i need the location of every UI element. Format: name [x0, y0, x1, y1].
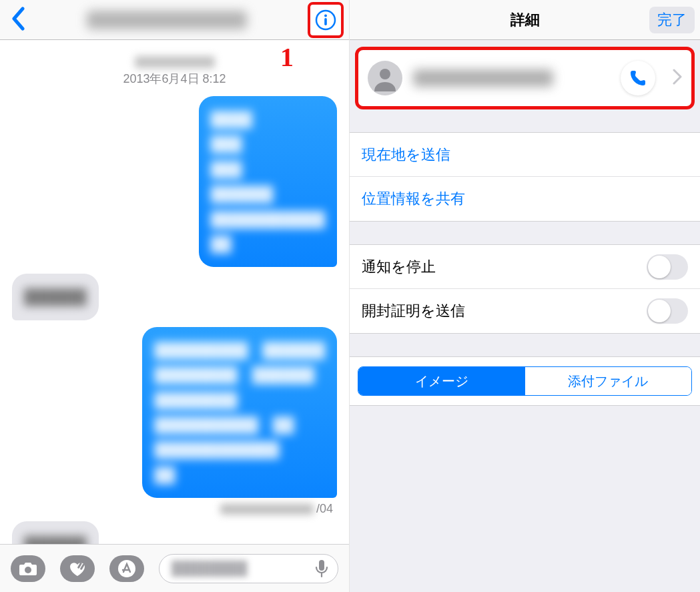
- incoming-bubble[interactable]: ██████: [12, 274, 99, 320]
- read-receipts-switch[interactable]: [647, 298, 688, 324]
- share-location-label: 位置情報を共有: [362, 189, 465, 209]
- compose-bar: ████████: [0, 544, 349, 592]
- incoming-bubble[interactable]: ██████: [12, 521, 99, 544]
- send-current-location-cell[interactable]: 現在地を送信: [350, 133, 700, 177]
- digital-touch-button[interactable]: [60, 555, 95, 582]
- done-button[interactable]: 完了: [649, 7, 695, 33]
- info-button[interactable]: [314, 9, 337, 31]
- segment-attachments[interactable]: 添付ファイル: [525, 367, 692, 395]
- messages-thread-pane: 1 2013年6月4日 8:12 ███████████████████████…: [0, 0, 350, 592]
- svg-point-1: [324, 14, 327, 17]
- annotation-highlight-1: [308, 2, 344, 38]
- thread-header: [0, 0, 349, 40]
- disclosure-chevron-icon[interactable]: [673, 69, 682, 87]
- timestamp-label-redacted: [135, 56, 215, 68]
- mute-cell: 通知を停止: [350, 245, 700, 289]
- svg-rect-7: [319, 560, 324, 571]
- send-current-location-label: 現在地を送信: [362, 145, 450, 165]
- stamp-suffix: /04: [316, 502, 333, 515]
- message-row-outgoing: █████████████████████████████: [12, 96, 337, 267]
- details-header: 詳細 完了: [350, 0, 700, 40]
- segment-images[interactable]: イメージ: [358, 367, 525, 395]
- svg-point-3: [25, 567, 31, 573]
- location-section: 現在地を送信 位置情報を共有: [350, 132, 700, 222]
- notification-section: 通知を停止 開封証明を送信: [350, 244, 700, 334]
- message-text-redacted: ██████: [24, 532, 87, 544]
- svg-point-9: [380, 69, 390, 79]
- message-placeholder-redacted: ████████: [171, 561, 247, 576]
- outgoing-bubble[interactable]: █████████████████████████████: [199, 96, 337, 267]
- outgoing-bubble[interactable]: █████████ ██████████████ ███████████████…: [142, 327, 337, 498]
- timestamp-date: 2013年6月4日 8:12: [123, 72, 226, 85]
- delivery-stamp: /04: [12, 502, 337, 516]
- call-button[interactable]: [621, 61, 655, 95]
- contact-number-redacted: [413, 69, 553, 87]
- camera-button[interactable]: [11, 555, 45, 582]
- message-row-incoming: ██████: [12, 274, 337, 320]
- dictate-button[interactable]: [310, 557, 334, 581]
- message-text-redacted: █████████████████████████████: [211, 107, 325, 256]
- message-text-redacted: █████████ ██████████████ ███████████████…: [154, 338, 325, 487]
- annotation-highlight-2: [355, 47, 695, 109]
- stamp-redacted: [220, 504, 314, 515]
- mute-switch[interactable]: [647, 254, 688, 280]
- details-title: 詳細: [510, 10, 540, 30]
- mute-label: 通知を停止: [362, 257, 436, 277]
- svg-rect-2: [324, 18, 327, 25]
- message-text-redacted: ██████: [24, 284, 87, 309]
- message-thread[interactable]: 2013年6月4日 8:12 █████████████████████████…: [0, 40, 349, 544]
- share-location-cell[interactable]: 位置情報を共有: [350, 177, 700, 221]
- message-row-incoming: ██████: [12, 521, 337, 544]
- attachments-section: イメージ 添付ファイル: [350, 356, 700, 406]
- app-store-button[interactable]: [109, 555, 144, 582]
- message-row-outgoing: █████████ ██████████████ ███████████████…: [12, 327, 337, 498]
- thread-title[interactable]: [25, 11, 308, 29]
- annotation-number-1: 1: [280, 41, 294, 73]
- read-receipts-cell: 開封証明を送信: [350, 289, 700, 333]
- back-button[interactable]: [11, 7, 25, 33]
- message-input[interactable]: ████████: [159, 554, 338, 583]
- read-receipts-label: 開封証明を送信: [362, 301, 465, 321]
- contact-avatar[interactable]: [368, 61, 402, 95]
- attachments-segmented-control: イメージ 添付ファイル: [358, 366, 692, 396]
- details-pane: 詳細 完了 2 現在地を送信 位置情報を共有 通知を停止 開封証明を送信: [350, 0, 700, 592]
- contact-number-redacted: [87, 11, 247, 29]
